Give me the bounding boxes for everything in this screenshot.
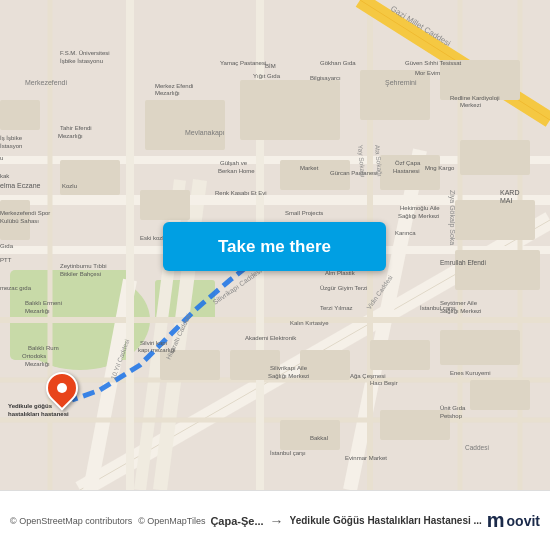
svg-text:İstanbul çarşı: İstanbul çarşı	[270, 450, 306, 456]
svg-text:PTT: PTT	[0, 257, 12, 263]
svg-text:Özf Çapa: Özf Çapa	[395, 160, 421, 166]
svg-text:Market: Market	[300, 165, 319, 171]
svg-text:Mng Kargo: Mng Kargo	[425, 165, 455, 171]
svg-text:F.S.M. Üniversitesi: F.S.M. Üniversitesi	[60, 50, 110, 56]
moovit-m-letter: m	[487, 509, 505, 532]
svg-rect-39	[140, 190, 190, 220]
svg-text:Ziya Gökalp Soka: Ziya Gökalp Soka	[448, 190, 456, 245]
svg-rect-41	[0, 100, 40, 130]
pin-icon	[39, 365, 84, 410]
svg-text:Mezarlığı: Mezarlığı	[58, 133, 83, 139]
svg-text:BİM: BİM	[265, 63, 276, 69]
svg-text:İstasyon: İstasyon	[0, 143, 22, 149]
svg-text:kak: kak	[0, 173, 10, 179]
svg-text:Yığıt Gıda: Yığıt Gıda	[253, 73, 281, 79]
svg-text:Sağlığı Merkezi: Sağlığı Merkezi	[398, 213, 439, 219]
svg-text:Silviri kapı: Silviri kapı	[140, 340, 168, 346]
svg-text:İşbike İstasyonu: İşbike İstasyonu	[60, 58, 103, 64]
svg-text:Berkan Home: Berkan Home	[218, 168, 255, 174]
svg-text:Bakkal: Bakkal	[310, 435, 328, 441]
svg-text:Güven Sıhhi Tesissat: Güven Sıhhi Tesissat	[405, 60, 462, 66]
svg-text:Hacı Beşir: Hacı Beşir	[370, 380, 398, 386]
take-me-there-button[interactable]: Take me there	[163, 222, 386, 271]
svg-text:hastalıkları hastanesi: hastalıkları hastanesi	[8, 411, 69, 417]
svg-text:Ağa Çeşmesi: Ağa Çeşmesi	[350, 373, 386, 379]
svg-text:Gülşah ve: Gülşah ve	[220, 160, 248, 166]
svg-text:Balıklı Rum: Balıklı Rum	[28, 345, 59, 351]
svg-text:Emrullah Efendi: Emrullah Efendi	[440, 259, 486, 266]
svg-text:Bilgisayarcı: Bilgisayarcı	[310, 75, 341, 81]
svg-text:Kozlu: Kozlu	[62, 183, 77, 189]
svg-rect-26	[360, 70, 430, 120]
svg-text:İş İşbike: İş İşbike	[0, 135, 23, 141]
svg-text:Terzi Yılmaz: Terzi Yılmaz	[320, 305, 353, 311]
svg-text:Mor Evim: Mor Evim	[415, 70, 440, 76]
svg-rect-25	[240, 80, 340, 140]
svg-text:Karınca: Karınca	[395, 230, 416, 236]
svg-text:kapı mezarlığı: kapı mezarlığı	[138, 347, 176, 353]
svg-text:MAI: MAI	[500, 197, 513, 204]
svg-rect-33	[440, 330, 520, 365]
svg-rect-27	[440, 60, 520, 100]
destination-pin	[46, 372, 78, 404]
svg-text:Merkezefendi Spor: Merkezefendi Spor	[0, 210, 50, 216]
svg-text:Bitkiler Bahçesi: Bitkiler Bahçesi	[60, 271, 101, 277]
moovit-logo: m oovit	[487, 509, 540, 532]
svg-text:Kalın Kırtasiye: Kalın Kırtasiye	[290, 320, 329, 326]
svg-text:Ortodoks: Ortodoks	[22, 353, 46, 359]
svg-text:Mezarlığı: Mezarlığı	[25, 308, 50, 314]
route-info: Çapa-Şe... → Yedikule Göğüs Hastalıkları…	[206, 513, 487, 529]
svg-text:Tahir Efendi: Tahir Efendi	[60, 125, 92, 131]
svg-text:Renk Kasabı Et Evi: Renk Kasabı Et Evi	[215, 190, 267, 196]
moovit-text: oovit	[507, 513, 540, 529]
svg-rect-30	[460, 140, 530, 175]
map-container: Merkezefendi Mevlanakapı Şehremini Siliv…	[0, 0, 550, 490]
svg-text:mezac gıda: mezac gıda	[0, 285, 32, 291]
svg-text:Gürcan Pastanesi: Gürcan Pastanesi	[330, 170, 378, 176]
to-label: Yedikule Göğüs Hastalıkları Hastanesi ..…	[290, 515, 482, 526]
svg-text:Redline Kardiyoloji: Redline Kardiyoloji	[450, 95, 500, 101]
svg-text:Merkezi: Merkezi	[460, 102, 481, 108]
copyright-text: © OpenStreetMap contributors	[10, 516, 132, 526]
svg-text:Balıklı Ermeni: Balıklı Ermeni	[25, 300, 62, 306]
svg-rect-32	[370, 340, 430, 370]
route-arrow-icon: →	[270, 513, 284, 529]
svg-rect-44	[455, 250, 540, 290]
svg-text:Sağlığı Merkezi: Sağlığı Merkezi	[268, 373, 309, 379]
svg-text:Zeytinburnu Tıbbi: Zeytinburnu Tıbbi	[60, 263, 107, 269]
tiles-attribution: © OpenMapTiles	[138, 516, 205, 526]
svg-text:Mezarlığı: Mezarlığı	[155, 90, 180, 96]
pin-inner	[57, 383, 67, 393]
svg-text:İstanbul çarşı: İstanbul çarşı	[420, 305, 456, 311]
svg-text:Silivrikapı Aile: Silivrikapı Aile	[270, 365, 308, 371]
svg-text:Petshop: Petshop	[440, 413, 463, 419]
svg-rect-24	[145, 100, 225, 150]
svg-text:Caddesi: Caddesi	[465, 444, 489, 451]
svg-text:Ünit Gıda: Ünit Gıda	[440, 405, 466, 411]
svg-text:Hastanesi: Hastanesi	[393, 168, 420, 174]
svg-text:Merkez Efendi: Merkez Efendi	[155, 83, 193, 89]
svg-text:u: u	[0, 155, 3, 161]
svg-text:Kulübü Sahası: Kulübü Sahası	[0, 218, 39, 224]
svg-rect-40	[60, 160, 120, 195]
svg-rect-34	[470, 380, 530, 410]
svg-text:Gökhan Gıda: Gökhan Gıda	[320, 60, 356, 66]
svg-text:KARD: KARD	[500, 189, 519, 196]
svg-text:Hekimoğlu Aile: Hekimoğlu Aile	[400, 205, 440, 211]
svg-text:Evinmar Market: Evinmar Market	[345, 455, 387, 461]
svg-text:Gıda: Gıda	[0, 243, 14, 249]
svg-text:Akademi Elektronik: Akademi Elektronik	[245, 335, 297, 341]
attribution-container: © OpenStreetMap contributors © OpenMapTi…	[10, 516, 206, 526]
svg-rect-43	[455, 200, 535, 240]
svg-text:Merkezefendi: Merkezefendi	[25, 79, 67, 86]
svg-text:Şehremini: Şehremini	[385, 79, 417, 87]
bottom-bar: © OpenStreetMap contributors © OpenMapTi…	[0, 490, 550, 550]
svg-text:Üzgür Giyim Terzi: Üzgür Giyim Terzi	[320, 285, 367, 291]
from-label: Çapa-Şe...	[210, 515, 263, 527]
svg-text:Small Projects: Small Projects	[285, 210, 323, 216]
svg-text:elma Eczane: elma Eczane	[0, 182, 41, 189]
svg-text:Yamaç Pastanesi: Yamaç Pastanesi	[220, 60, 266, 66]
svg-text:Enes Kuruyemi: Enes Kuruyemi	[450, 370, 491, 376]
svg-text:Mezarlığı: Mezarlığı	[25, 361, 50, 367]
svg-text:Mevlanakapı: Mevlanakapı	[185, 129, 225, 137]
